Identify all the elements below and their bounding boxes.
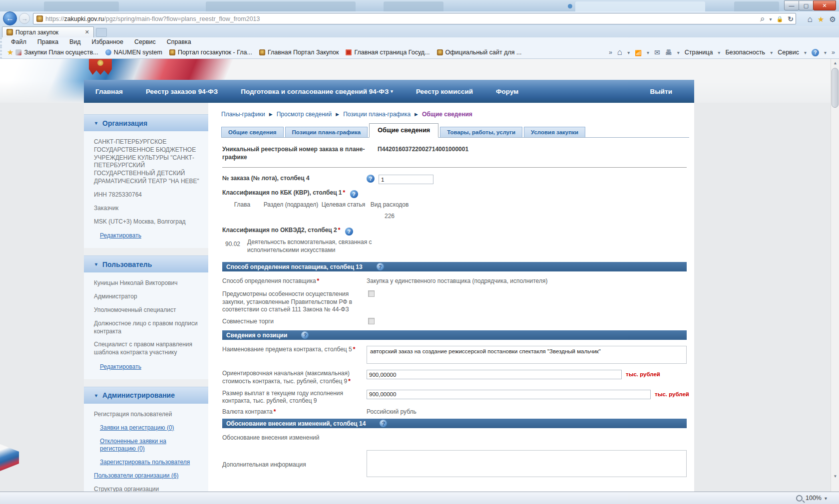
organization-header[interactable]: Организация — [84, 114, 208, 131]
tab-general-1[interactable]: Общие сведения — [221, 127, 284, 137]
cmd-security[interactable]: Безопасность — [725, 49, 765, 56]
tab-close-icon[interactable]: ✕ — [84, 29, 90, 35]
tab-goods-works-services[interactable]: Товары, работы, услуги — [440, 127, 522, 137]
nav-home[interactable]: Главная — [84, 88, 134, 95]
nav-orders-registry[interactable]: Реестр заказов 94-ФЗ — [134, 88, 229, 95]
tab-general-active[interactable]: Общие сведения — [369, 123, 438, 138]
menu-favorites[interactable]: Избранное — [92, 38, 123, 45]
favorite-item[interactable]: Портал госзакупок - Гла... — [169, 49, 252, 56]
browser-tab-active[interactable]: Портал закупок ✕ — [2, 26, 94, 37]
mail-icon[interactable] — [654, 48, 660, 56]
zoom-dropdown-icon[interactable] — [825, 495, 827, 502]
dropdown-icon[interactable] — [647, 49, 649, 56]
collapse-icon — [95, 393, 97, 398]
print-icon[interactable] — [665, 48, 672, 56]
dropdown-icon[interactable] — [627, 49, 630, 56]
zoom-control[interactable]: 100% — [796, 495, 827, 502]
dropdown-icon[interactable] — [677, 49, 680, 56]
nav-preparation[interactable]: Подготовка и согласование сведений 94-ФЗ… — [229, 88, 405, 95]
dropdown-icon[interactable] — [718, 49, 720, 56]
forward-button[interactable]: → — [19, 13, 30, 24]
tab-favicon — [6, 29, 13, 35]
search-dropdown-icon[interactable] — [770, 15, 772, 22]
joint-bidding-checkbox[interactable] — [368, 318, 375, 324]
menu-service[interactable]: Сервис — [134, 38, 156, 45]
logout-link[interactable]: Выйти — [639, 88, 695, 95]
content-tabs: Общие сведения Позиции плана-графика Общ… — [221, 123, 689, 138]
nav-commissions[interactable]: Реестр комиссий — [405, 88, 484, 95]
favorites-icon[interactable] — [818, 15, 824, 24]
breadcrumb-current: Общие сведения — [422, 111, 472, 118]
address-bar-row: ← → https://zakupki.gov.ru/pgz/spring/ma… — [0, 11, 839, 26]
back-button[interactable]: ← — [3, 11, 17, 25]
scroll-down-icon[interactable]: ▼ — [831, 472, 839, 481]
organization-structure-link[interactable]: Структура организации — [94, 486, 202, 492]
nav-forum[interactable]: Форум — [484, 88, 530, 95]
tools-gear-icon[interactable] — [830, 15, 836, 24]
help-icon[interactable]: ? — [301, 331, 309, 339]
dropdown-icon[interactable] — [804, 49, 807, 56]
administration-header[interactable]: Администрирование — [84, 387, 208, 404]
help-icon[interactable]: ? — [350, 190, 358, 198]
menu-help[interactable]: Справка — [167, 38, 191, 45]
help-icon[interactable]: ? — [812, 49, 819, 56]
home-icon[interactable] — [617, 47, 622, 57]
dropdown-icon[interactable] — [824, 49, 827, 56]
favorite-item[interactable]: Закупки План осуществ... — [15, 49, 98, 56]
close-button[interactable]: ✕ — [813, 0, 836, 10]
scrollbar-thumb[interactable] — [832, 68, 839, 108]
help-icon[interactable]: ? — [367, 175, 375, 183]
new-tab-stub[interactable] — [96, 28, 107, 37]
favorite-item[interactable]: Главная страница Госуд... — [346, 49, 429, 56]
features-checkbox[interactable] — [368, 290, 375, 297]
registration-requests-link[interactable]: Заявки на регистрацию (0) — [100, 424, 202, 432]
maximize-button[interactable]: ▢ — [799, 0, 814, 10]
currency-label: Валюта контракта — [222, 408, 273, 415]
section-position-info: Сведения о позиции ? — [222, 330, 687, 340]
search-icon[interactable] — [760, 14, 765, 24]
kbk-col-target: Целевая статья — [320, 201, 367, 209]
user-role: Специалист с правом направления шаблона … — [94, 341, 202, 357]
minimize-button[interactable]: — — [784, 0, 799, 10]
required-marker: * — [348, 378, 351, 385]
organization-users-link[interactable]: Пользователи организации (6) — [94, 472, 202, 480]
breadcrumb-positions[interactable]: Позиции плана-графика — [343, 111, 411, 118]
payments-input[interactable] — [367, 390, 651, 399]
dropdown-icon[interactable] — [770, 49, 773, 56]
menu-edit[interactable]: Правка — [37, 38, 58, 45]
maxprice-input[interactable] — [367, 370, 622, 379]
breadcrumb-plans[interactable]: Планы-графики — [221, 111, 265, 118]
overflow-chevron-icon[interactable] — [609, 49, 612, 56]
vertical-scrollbar[interactable]: ▲ ▼ — [831, 59, 839, 492]
tab-purchase-conditions[interactable]: Условия закупки — [524, 127, 585, 137]
rejected-requests-link[interactable]: Отклоненные заявки на регистрацию (0) — [100, 438, 202, 454]
scroll-up-icon[interactable]: ▲ — [831, 59, 839, 67]
register-user-link[interactable]: Зарегистрировать пользователя — [100, 459, 202, 467]
add-favorite-icon[interactable] — [7, 48, 13, 57]
address-field[interactable]: https://zakupki.gov.ru/pgz/spring/main-f… — [33, 13, 796, 24]
help-icon[interactable]: ? — [377, 263, 384, 270]
additional-info-textarea[interactable] — [367, 450, 687, 477]
favorite-item[interactable]: Официальный сайт для ... — [437, 49, 522, 56]
user-edit-link[interactable]: Редактировать — [100, 363, 141, 371]
cmd-page[interactable]: Страница — [685, 49, 713, 56]
user-header[interactable]: Пользователь — [84, 255, 208, 272]
home-icon[interactable] — [808, 14, 813, 24]
favorite-item[interactable]: NAUMEN system — [105, 49, 162, 56]
organization-edit-link[interactable]: Редактировать — [100, 232, 141, 240]
sidebar: Организация САНКТ-ПЕТЕРБУРГСКОЕ ГОСУДАРС… — [84, 103, 208, 492]
help-icon[interactable]: ? — [345, 228, 353, 236]
rss-icon[interactable] — [635, 48, 642, 56]
menu-view[interactable]: Вид — [69, 38, 81, 45]
main-content: Планы-графики Просмотр сведений Позиции … — [208, 103, 699, 492]
order-number-input[interactable] — [379, 175, 433, 184]
breadcrumb-view[interactable]: Просмотр сведений — [277, 111, 332, 118]
favorite-item[interactable]: Главная Портал Закупок — [259, 49, 339, 56]
cmd-tools[interactable]: Сервис — [778, 49, 799, 56]
subject-textarea[interactable]: авторский заказ на создание режиссерской… — [367, 346, 687, 364]
refresh-icon[interactable] — [788, 15, 794, 23]
tab-plan-positions[interactable]: Позиции плана-графика — [285, 127, 368, 137]
menu-file[interactable]: Файл — [11, 38, 26, 45]
overflow-chevron-icon[interactable] — [832, 49, 835, 56]
help-icon[interactable]: ? — [380, 420, 387, 427]
